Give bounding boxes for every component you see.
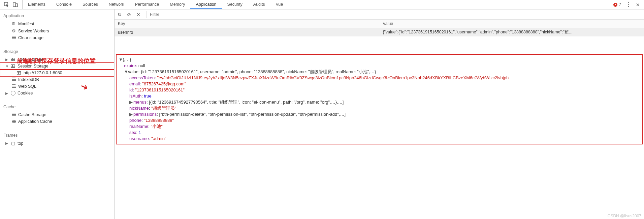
session-storage-icon — [11, 64, 15, 68]
error-badge[interactable]: ✕ 7 — [613, 2, 621, 7]
group-application: Application — [0, 11, 114, 20]
device-toolbar-icon[interactable] — [13, 2, 18, 7]
application-sidebar: Application 🗎 Manifest ⚙ Service Workers… — [0, 9, 115, 219]
sidebar-item-cookies[interactable]: ▶ Cookies — [0, 90, 114, 97]
filter-input[interactable] — [146, 11, 642, 18]
chevron-down-icon: ▼ — [5, 64, 9, 68]
sidebar-item-local-storage[interactable]: ▶ Local Storage — [0, 56, 114, 63]
websql-icon — [11, 84, 16, 88]
close-devtools-icon[interactable]: ✕ — [636, 2, 640, 7]
sidebar-item-session-origin[interactable]: http://127.0.0.1:8080 — [0, 70, 114, 76]
table-row[interactable]: userInfo {"value":{"id":"123736191516502… — [115, 28, 644, 37]
label: Cache Storage — [18, 112, 46, 117]
detail-line[interactable]: expire: null — [119, 63, 640, 69]
tab-audits[interactable]: Audits — [248, 0, 270, 9]
chevron-right-icon: ▶ — [5, 91, 9, 95]
sidebar-item-clear-storage[interactable]: Clear storage — [0, 34, 114, 41]
detail-line[interactable]: ▶permissions: ["btn-permission-delete", … — [119, 111, 640, 117]
table-header-row: Key Value — [115, 20, 644, 28]
tab-application[interactable]: Application — [190, 0, 222, 9]
service-workers-icon: ⚙ — [11, 28, 16, 33]
watermark: CSDN @lisus2007 — [608, 214, 641, 218]
storage-toolbar: ↻ ⊘ ✕ — [115, 9, 644, 20]
application-cache-icon — [11, 120, 16, 123]
storage-table: Key Value userInfo {"value":{"id":"12373… — [115, 20, 644, 44]
indexeddb-icon — [11, 78, 16, 82]
sidebar-item-top-frame[interactable]: ▶ ▢ top — [0, 140, 114, 147]
cookies-icon — [11, 91, 15, 95]
cell-key: userInfo — [115, 28, 379, 37]
detail-line[interactable]: nickName: "超级管理员" — [119, 105, 640, 111]
detail-line[interactable]: email: "875267425@qq.com" — [119, 81, 640, 87]
label: Local Storage — [18, 57, 43, 62]
tab-vue[interactable]: Vue — [270, 0, 288, 9]
refresh-icon[interactable]: ↻ — [117, 12, 123, 17]
more-menu-icon[interactable]: ⋮ — [626, 1, 631, 8]
detail-line[interactable]: phone: "13888888888" — [119, 117, 640, 124]
sidebar-item-application-cache[interactable]: Application Cache — [0, 118, 114, 125]
label: Service Workers — [18, 29, 49, 33]
frame-icon: ▢ — [11, 141, 15, 146]
label: Web SQL — [18, 84, 36, 89]
col-value[interactable]: Value — [379, 20, 644, 28]
sidebar-item-service-workers[interactable]: ⚙ Service Workers — [0, 27, 114, 34]
svg-rect-2 — [15, 4, 18, 7]
detail-line[interactable]: realName: "小池" — [119, 124, 640, 130]
manifest-icon: 🗎 — [11, 21, 16, 26]
label: Session Storage — [18, 64, 49, 69]
devtools-tab-bar: Elements Console Sources Network Perform… — [0, 0, 644, 9]
label: Cookies — [18, 91, 33, 95]
tab-elements[interactable]: Elements — [23, 0, 51, 9]
tab-network[interactable]: Network — [103, 0, 130, 9]
chevron-right-icon: ▶ — [5, 58, 9, 61]
chevron-right-icon: ▶ — [5, 141, 9, 145]
detail-line[interactable]: ▼value: {id: "1237361915165020161", user… — [119, 69, 640, 75]
detail-line[interactable]: isAuth: true — [119, 93, 640, 99]
sidebar-item-websql[interactable]: Web SQL — [0, 83, 114, 90]
detail-line[interactable]: ▶menus: [{id: "1236916745927790564", tit… — [119, 99, 640, 105]
detail-line[interactable]: ▼{,…} — [119, 57, 640, 63]
label: top — [18, 141, 23, 146]
label: http://127.0.0.1:8080 — [24, 71, 62, 75]
inspect-element-icon[interactable] — [4, 2, 9, 7]
label: Application Cache — [18, 119, 52, 124]
cell-value: {"value":{"id":"1237361915165020161","us… — [379, 28, 644, 37]
label: IndexedDB — [18, 77, 39, 82]
detail-line[interactable]: sex: 1 — [119, 130, 640, 136]
detail-line[interactable]: username: "admin" — [119, 136, 640, 142]
table-row-empty[interactable] — [115, 36, 644, 44]
detail-line[interactable]: id: "1237361915165020161" — [119, 87, 640, 93]
label: Clear storage — [18, 35, 43, 40]
top-right-controls: ✕ 7 ⋮ ✕ — [613, 1, 643, 8]
tab-performance[interactable]: Performance — [130, 0, 165, 9]
tab-memory[interactable]: Memory — [164, 0, 190, 9]
error-icon: ✕ — [613, 3, 617, 7]
cache-storage-icon — [11, 113, 16, 117]
detail-line[interactable]: accessToken: "eyJhbGciOiJIUzI1NiJ9.eyJyb… — [119, 75, 640, 81]
inspect-controls — [1, 0, 23, 9]
group-cache: Cache — [0, 103, 114, 111]
group-storage: Storage — [0, 47, 114, 56]
sidebar-item-manifest[interactable]: 🗎 Manifest — [0, 20, 114, 27]
sidebar-item-cache-storage[interactable]: Cache Storage — [0, 111, 114, 118]
tab-console[interactable]: Console — [51, 0, 77, 9]
storage-panel: ↻ ⊘ ✕ Key Value userInfo {"value":{"id":… — [115, 9, 644, 219]
origin-icon — [17, 71, 22, 75]
error-count: 7 — [619, 2, 621, 7]
tab-security[interactable]: Security — [222, 0, 248, 9]
label: Manifest — [18, 22, 34, 26]
panel-tabs: Elements Console Sources Network Perform… — [23, 0, 288, 9]
value-detail-pane: ▼{,…} expire: null ▼value: {id: "1237361… — [116, 54, 643, 144]
group-frames: Frames — [0, 131, 114, 140]
local-storage-icon — [11, 58, 15, 61]
sidebar-item-session-storage[interactable]: ▼ Session Storage — [0, 63, 114, 70]
col-key[interactable]: Key — [115, 20, 379, 28]
main: Application 🗎 Manifest ⚙ Service Workers… — [0, 9, 644, 219]
sidebar-item-indexeddb[interactable]: IndexedDB — [0, 76, 114, 83]
delete-icon[interactable]: ✕ — [135, 12, 141, 17]
clear-icon[interactable]: ⊘ — [126, 12, 132, 17]
tab-sources[interactable]: Sources — [77, 0, 103, 9]
clear-storage-icon — [11, 36, 16, 40]
